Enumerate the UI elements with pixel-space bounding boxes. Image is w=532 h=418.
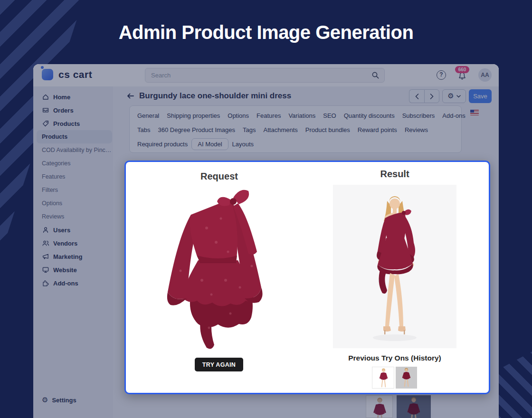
vendors-icon [42, 239, 49, 247]
tab-features[interactable]: Features [253, 110, 285, 121]
tab-product-bundles[interactable]: Product bundles [302, 124, 354, 135]
prev-product-button[interactable] [409, 89, 424, 103]
sidebar-item-orders[interactable]: Orders [33, 104, 113, 117]
history-thumbnail-1[interactable] [372, 367, 394, 389]
try-on-thumbnail-image [397, 395, 431, 418]
request-heading: Request [164, 171, 275, 182]
try-on-thumbnail-image [366, 396, 393, 418]
ai-model-panel: Request Result [124, 161, 490, 394]
tab-addons[interactable]: Add-ons [438, 110, 469, 121]
sidebar-item-products[interactable]: Products [33, 117, 113, 130]
sidebar-item-users[interactable]: Users [33, 223, 113, 237]
sidebar-item-addons[interactable]: Add-ons [33, 276, 113, 290]
cscart-logo[interactable]: cs cart [42, 69, 92, 80]
result-tryon-image [333, 185, 456, 348]
search-icon[interactable] [371, 71, 380, 79]
sidebar-subitem-products[interactable]: Products [37, 130, 112, 143]
admin-window: cs cart ? 660 AA Home Orders [33, 64, 499, 418]
orders-icon [42, 106, 49, 114]
sidebar-subitem-features[interactable]: Features [33, 170, 113, 183]
try-on-thumbnail-image [396, 367, 417, 389]
result-model-image [333, 185, 456, 348]
us-flag-icon[interactable] [470, 110, 479, 115]
tab-layouts[interactable]: Layouts [228, 139, 258, 150]
megaphone-icon [42, 253, 49, 260]
topbar: cs cart ? 660 AA [33, 64, 499, 86]
sidebar-item-marketing[interactable]: Marketing [33, 250, 113, 263]
gear-icon: ⚙ [447, 93, 454, 100]
sidebar-subitem-filters[interactable]: Filters [33, 183, 113, 197]
try-again-button[interactable]: TRY AGAIN [195, 358, 243, 371]
tab-tabs[interactable]: Tabs [133, 124, 154, 135]
sidebar: Home Orders Products Products COD Availa… [33, 86, 113, 418]
user-icon [42, 226, 49, 234]
save-button[interactable]: Save [469, 89, 492, 103]
tab-seo[interactable]: SEO [319, 110, 340, 121]
pagination-buttons [409, 89, 439, 103]
tab-ai-model[interactable]: AI Model [191, 138, 228, 150]
chevron-right-icon [430, 94, 434, 99]
sidebar-subitem-cod-availability[interactable]: COD Availability by Pinc… [33, 143, 113, 157]
home-icon [42, 93, 49, 101]
notifications-badge: 660 [455, 66, 469, 73]
tab-360-degree-product-images[interactable]: 360 Degree Product Images [154, 124, 239, 135]
chevron-left-icon [415, 94, 419, 99]
cscart-logo-icon [42, 69, 53, 80]
tab-tags[interactable]: Tags [239, 124, 259, 135]
sidebar-subitem-options[interactable]: Options [33, 197, 113, 210]
tab-general[interactable]: General [133, 110, 163, 121]
history-heading: Previous Try Ons (History) [323, 354, 466, 362]
sidebar-item-website[interactable]: Website [33, 263, 113, 276]
product-tabs-row-2: Tabs 360 Degree Product Images Tags Atta… [133, 123, 457, 137]
tab-quantity-discounts[interactable]: Quantity discounts [340, 110, 399, 121]
sidebar-subitem-categories[interactable]: Categories [33, 157, 113, 170]
tag-icon [42, 120, 49, 127]
history-thumbnail-4[interactable] [397, 395, 431, 418]
tab-options[interactable]: Options [224, 110, 253, 121]
sidebar-item-home[interactable]: Home [33, 90, 113, 104]
settings-dropdown-button[interactable]: ⚙ [442, 89, 466, 103]
tab-subscribers[interactable]: Subscribers [399, 110, 439, 121]
tab-variations[interactable]: Variations [285, 110, 319, 121]
main-content: Burgundy lace one-shoulder mini dress ⚙ … [113, 86, 499, 418]
cscart-logo-text: cs cart [58, 69, 92, 80]
history-thumbnail-2[interactable] [396, 367, 417, 389]
try-on-thumbnail-image [372, 367, 394, 389]
avatar[interactable]: AA [478, 68, 492, 82]
hero-title: Admin Product Image Generation [0, 22, 532, 43]
page-title: Burgundy lace one-shoulder mini dress [139, 91, 291, 101]
caret-down-icon [456, 95, 461, 98]
request-product-image [164, 185, 275, 351]
request-dress-image [164, 185, 275, 351]
product-tabs: General Shipping properties Options Feat… [129, 105, 462, 153]
product-tabs-row-3: Required products AI Model Layouts [133, 137, 457, 151]
sidebar-item-vendors[interactable]: Vendors [33, 237, 113, 250]
puzzle-icon [42, 279, 49, 287]
monitor-icon [42, 266, 49, 274]
tab-reward-points[interactable]: Reward points [354, 124, 401, 135]
help-icon[interactable]: ? [437, 70, 446, 80]
tab-required-products[interactable]: Required products [133, 139, 191, 150]
tab-shipping-properties[interactable]: Shipping properties [163, 110, 224, 121]
tab-attachments[interactable]: Attachments [260, 124, 302, 135]
result-heading: Result [333, 169, 456, 180]
back-arrow-icon[interactable] [126, 92, 135, 100]
tab-reviews[interactable]: Reviews [401, 124, 432, 135]
search-input[interactable] [145, 68, 385, 83]
sidebar-item-settings[interactable]: ⚙ Settings [33, 393, 113, 407]
next-product-button[interactable] [424, 89, 439, 103]
product-tabs-row-1: General Shipping properties Options Feat… [133, 108, 457, 123]
history-thumbnail-3[interactable] [366, 395, 393, 418]
gear-icon: ⚙ [42, 397, 48, 404]
sidebar-subitem-reviews[interactable]: Reviews [33, 210, 113, 223]
